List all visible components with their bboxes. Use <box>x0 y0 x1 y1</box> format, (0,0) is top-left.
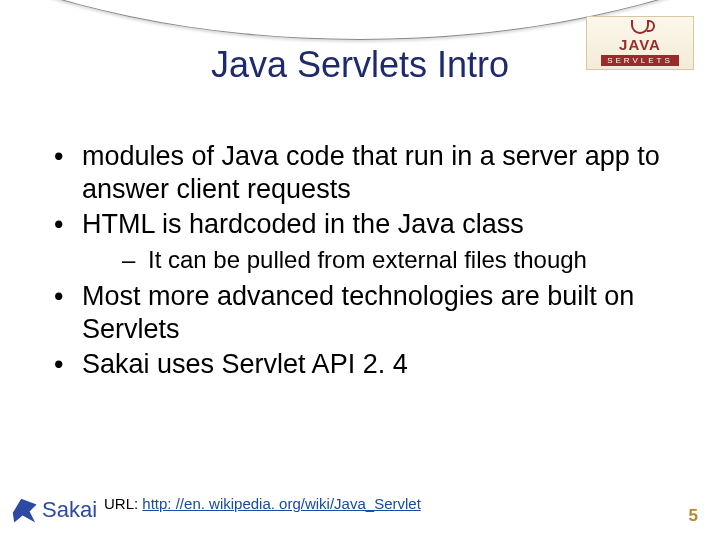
bullet-text: HTML is hardcoded in the Java class <box>82 209 524 239</box>
slide-body: modules of Java code that run in a serve… <box>44 140 680 383</box>
sub-bullet-item: It can be pulled from external files tho… <box>82 245 680 274</box>
sakai-logo-text: Sakai <box>42 497 97 523</box>
sakai-logo: Sakai <box>10 496 97 524</box>
url-label: URL: <box>104 495 142 512</box>
slide-title: Java Servlets Intro <box>0 44 720 86</box>
coffee-cup-icon <box>631 20 649 34</box>
bullet-item: Most more advanced technologies are buil… <box>44 280 680 346</box>
sakai-bird-icon <box>10 496 38 524</box>
bullet-item: modules of Java code that run in a serve… <box>44 140 680 206</box>
reference-url: URL: http: //en. wikipedia. org/wiki/Jav… <box>104 495 421 512</box>
page-number: 5 <box>689 506 698 526</box>
url-link[interactable]: http: //en. wikipedia. org/wiki/Java_Ser… <box>142 495 420 512</box>
bullet-item: HTML is hardcoded in the Java class It c… <box>44 208 680 274</box>
bullet-item: Sakai uses Servlet API 2. 4 <box>44 348 680 381</box>
